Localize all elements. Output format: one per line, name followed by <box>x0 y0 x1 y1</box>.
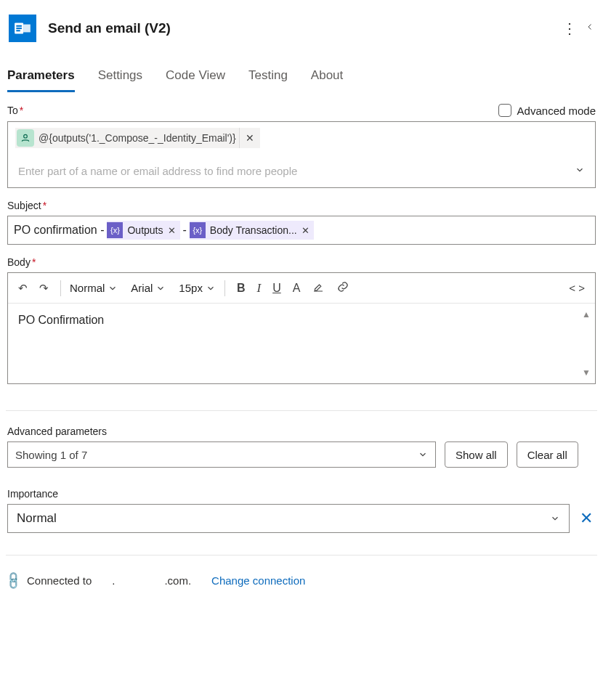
clear-all-button[interactable]: Clear all <box>517 441 578 468</box>
body-content[interactable]: PO Confirmation ▲ ▼ <box>8 304 595 383</box>
underline-button[interactable]: U <box>270 279 284 298</box>
to-token-text: @{outputs('1._Compose_-_Identity_Email')… <box>39 132 236 144</box>
svg-rect-1 <box>23 25 31 33</box>
importance-section: Importance Normal ✕ <box>6 488 597 533</box>
to-expand-icon[interactable] <box>572 162 588 180</box>
link-icon: 🔗 <box>3 570 25 592</box>
style-dropdown[interactable]: Normal <box>70 282 118 294</box>
body-editor: ↶ ↷ Normal Arial 15px B I U A <box>7 272 596 384</box>
highlight-button[interactable] <box>309 277 328 298</box>
tab-about[interactable]: About <box>311 64 343 92</box>
font-dropdown[interactable]: Arial <box>131 282 166 294</box>
outlook-icon <box>9 15 36 42</box>
italic-button[interactable]: I <box>254 278 264 298</box>
token-remove[interactable]: ✕ <box>302 225 309 236</box>
required-marker: * <box>20 105 23 116</box>
required-marker: * <box>43 200 46 211</box>
divider <box>6 555 597 555</box>
undo-button[interactable]: ↶ <box>15 279 31 298</box>
connection-dot: . <box>112 574 115 587</box>
action-header: Send an email (V2) ⋮ <box>6 13 597 44</box>
show-all-button[interactable]: Show all <box>445 441 508 468</box>
advanced-mode-label: Advanced mode <box>517 105 596 117</box>
importance-dropdown[interactable]: Normal <box>7 504 570 533</box>
advanced-parameters-label: Advanced parameters <box>7 426 107 437</box>
remove-importance-button[interactable]: ✕ <box>577 506 596 531</box>
body-label: Body <box>7 256 31 268</box>
subject-token-outputs[interactable]: {x} Outputs ✕ <box>107 221 179 240</box>
connection-row: 🔗 Connected to . .com. Change connection <box>6 573 597 588</box>
tab-bar: Parameters Settings Code View Testing Ab… <box>6 64 597 92</box>
scrollbar[interactable]: ▲ ▼ <box>582 309 591 378</box>
subject-text-sep: - <box>183 224 187 237</box>
change-connection-link[interactable]: Change connection <box>211 574 305 587</box>
advanced-mode-checkbox[interactable] <box>498 104 511 117</box>
redo-button[interactable]: ↷ <box>36 279 52 298</box>
collapse-chevron-button[interactable] <box>583 16 597 41</box>
tab-settings[interactable]: Settings <box>98 64 142 92</box>
advanced-parameters-dropdown[interactable]: Showing 1 of 7 <box>7 441 436 468</box>
subject-token-body-transaction[interactable]: {x} Body Transaction... ✕ <box>190 221 314 240</box>
divider <box>6 410 597 411</box>
connected-to-label: Connected to <box>27 574 92 587</box>
advanced-mode-toggle[interactable]: Advanced mode <box>498 104 596 117</box>
scroll-up-icon[interactable]: ▲ <box>582 309 591 320</box>
svg-rect-4 <box>16 30 20 31</box>
font-size-dropdown[interactable]: 15px <box>179 282 216 294</box>
subject-field[interactable]: PO confirmation - {x} Outputs ✕ - {x} Bo… <box>7 216 596 245</box>
advanced-parameters-section: Advanced parameters Showing 1 of 7 Show … <box>6 426 597 468</box>
link-button[interactable] <box>333 277 352 298</box>
subject-section: Subject * PO confirmation - {x} Outputs … <box>6 200 597 245</box>
to-input[interactable] <box>15 160 572 182</box>
person-icon <box>17 129 34 147</box>
bold-button[interactable]: B <box>234 279 248 298</box>
tab-testing[interactable]: Testing <box>248 64 288 92</box>
tab-code-view[interactable]: Code View <box>166 64 225 92</box>
to-label: To <box>7 105 18 116</box>
more-menu-button[interactable]: ⋮ <box>559 15 580 41</box>
svg-rect-3 <box>16 28 22 29</box>
svg-point-5 <box>24 134 28 138</box>
subject-label: Subject <box>7 200 41 211</box>
svg-rect-2 <box>16 25 22 27</box>
body-section: Body * ↶ ↷ Normal Arial 15px B I U A <box>6 256 597 384</box>
tab-parameters[interactable]: Parameters <box>7 64 75 92</box>
required-marker: * <box>32 256 36 268</box>
subject-text-prefix: PO confirmation - <box>14 224 104 237</box>
importance-label: Importance <box>7 488 58 500</box>
to-token-remove[interactable]: ✕ <box>239 128 260 148</box>
connection-domain: .com. <box>164 574 191 587</box>
token-remove[interactable]: ✕ <box>168 225 176 236</box>
scroll-down-icon[interactable]: ▼ <box>582 367 591 378</box>
code-view-button[interactable]: < > <box>566 279 588 297</box>
fx-icon: {x} <box>107 222 123 238</box>
to-section: To * Advanced mode @{outputs('1._Compose… <box>6 104 597 188</box>
editor-toolbar: ↶ ↷ Normal Arial 15px B I U A <box>8 273 595 304</box>
to-field[interactable]: @{outputs('1._Compose_-_Identity_Email')… <box>7 121 596 188</box>
action-title: Send an email (V2) <box>48 20 559 36</box>
to-token-chip[interactable]: @{outputs('1._Compose_-_Identity_Email')… <box>15 128 260 148</box>
font-color-button[interactable]: A <box>290 279 304 298</box>
fx-icon: {x} <box>190 222 206 238</box>
